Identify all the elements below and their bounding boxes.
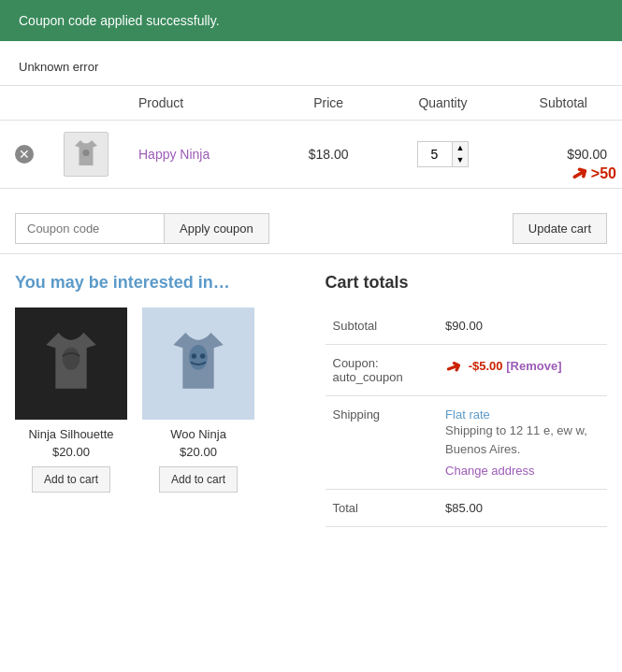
woo-ninja-icon xyxy=(166,326,231,401)
quantity-input[interactable] xyxy=(418,143,452,165)
product-image-1 xyxy=(15,307,127,420)
quantity-cell: ▲ ▼ xyxy=(381,121,504,189)
cart-totals-title: Cart totals xyxy=(325,273,608,293)
product-price-2: $20.00 xyxy=(180,445,217,459)
product-card-1: Ninja Silhouette $20.00 Add to cart xyxy=(15,307,127,493)
ninja-silhouette-icon xyxy=(38,326,104,401)
cart-totals-section: Cart totals Subtotal $90.00 Coupon: auto… xyxy=(325,273,608,527)
subtotal-cell: $90.00 ➜ >50 xyxy=(505,121,622,189)
update-cart-button[interactable]: Update cart xyxy=(513,213,607,244)
shipping-value-cell: Flat rate Shipping to 12 11 e, ew w, Bue… xyxy=(438,396,607,490)
totals-table: Subtotal $90.00 Coupon: auto_coupon ➜ -$… xyxy=(325,307,608,527)
svg-point-2 xyxy=(189,345,208,370)
success-text: Coupon code applied successfully. xyxy=(19,13,220,28)
remove-cell: ✕ xyxy=(0,121,49,189)
success-banner: Coupon code applied successfully. xyxy=(0,0,622,41)
total-label: Total xyxy=(325,490,439,527)
subtotal-label: Subtotal xyxy=(325,307,439,345)
svg-point-3 xyxy=(192,353,196,358)
add-to-cart-button-2[interactable]: Add to cart xyxy=(159,466,238,493)
product-thumbnail xyxy=(64,132,108,177)
product-name-2: Woo Ninja xyxy=(170,427,226,441)
error-message: Unknown error xyxy=(0,56,622,78)
subtotal-annotation: ➜ >50 xyxy=(571,162,616,186)
price-value: $18.00 xyxy=(309,147,349,162)
remove-item-button[interactable]: ✕ xyxy=(15,145,34,164)
shipping-address: Shipping to 12 11 e, ew w, Buenos Aires. xyxy=(445,422,600,458)
col-subtotal: Subtotal xyxy=(505,86,622,121)
coupon-value-cell: ➜ -$5.00 [Remove] xyxy=(438,345,607,396)
coupon-discount-value: -$5.00 xyxy=(469,359,503,373)
flat-rate-label: Flat rate xyxy=(445,407,600,422)
add-to-cart-button-1[interactable]: Add to cart xyxy=(32,466,110,493)
col-image xyxy=(49,86,123,121)
totals-total-row: Total $85.00 xyxy=(325,490,608,527)
bottom-section: You may be interested in… Ninja Silhouet… xyxy=(0,254,622,546)
interested-title: You may be interested in… xyxy=(15,273,297,293)
annotation-label: >50 xyxy=(591,165,616,182)
col-product: Product xyxy=(123,86,276,121)
coupon-arrow-icon: ➜ xyxy=(442,354,465,380)
coupon-input[interactable] xyxy=(15,213,165,244)
product-link[interactable]: Happy Ninja xyxy=(138,147,210,162)
coupon-label: Coupon: auto_coupon xyxy=(325,345,439,396)
product-name-1: Ninja Silhouette xyxy=(28,427,113,441)
product-name-cell: Happy Ninja xyxy=(123,121,276,189)
qty-arrows: ▲ ▼ xyxy=(452,142,469,166)
table-row: ✕ Happy Ninja $18.00 xyxy=(0,121,622,189)
product-card-2: Woo Ninja $20.00 Add to cart xyxy=(142,307,254,493)
product-image-2 xyxy=(142,307,254,420)
svg-point-1 xyxy=(63,348,80,370)
quantity-stepper[interactable]: ▲ ▼ xyxy=(417,141,470,167)
price-cell: $18.00 xyxy=(276,121,382,189)
coupon-row: Apply coupon Update cart xyxy=(0,204,622,254)
totals-shipping-row: Shipping Flat rate Shipping to 12 11 e, … xyxy=(325,396,608,490)
error-label: Unknown error xyxy=(19,60,98,74)
svg-point-4 xyxy=(200,353,205,358)
products-grid: Ninja Silhouette $20.00 Add to cart Woo … xyxy=(15,307,297,493)
tshirt-icon xyxy=(72,137,100,171)
remove-coupon-link[interactable]: [Remove] xyxy=(506,359,561,373)
svg-point-0 xyxy=(82,150,89,156)
coupon-left: Apply coupon xyxy=(15,213,269,244)
subtotal-value: $90.00 xyxy=(438,307,607,345)
totals-subtotal-row: Subtotal $90.00 xyxy=(325,307,608,345)
qty-down-button[interactable]: ▼ xyxy=(453,154,469,166)
red-arrow-icon: ➜ xyxy=(566,159,593,189)
totals-coupon-row: Coupon: auto_coupon ➜ -$5.00 [Remove] xyxy=(325,345,608,396)
col-remove xyxy=(0,86,49,121)
qty-up-button[interactable]: ▲ xyxy=(453,142,469,154)
image-cell xyxy=(49,121,123,189)
interested-section: You may be interested in… Ninja Silhouet… xyxy=(15,273,297,527)
col-quantity: Quantity xyxy=(381,86,504,121)
total-value: $85.00 xyxy=(438,490,607,527)
cart-table: Product Price Quantity Subtotal ✕ xyxy=(0,85,622,189)
apply-coupon-button[interactable]: Apply coupon xyxy=(165,213,269,244)
change-address-link[interactable]: Change address xyxy=(445,464,534,478)
col-price: Price xyxy=(276,86,382,121)
subtotal-value: $90.00 xyxy=(520,147,607,162)
shipping-label: Shipping xyxy=(325,396,439,490)
product-price-1: $20.00 xyxy=(52,445,90,459)
